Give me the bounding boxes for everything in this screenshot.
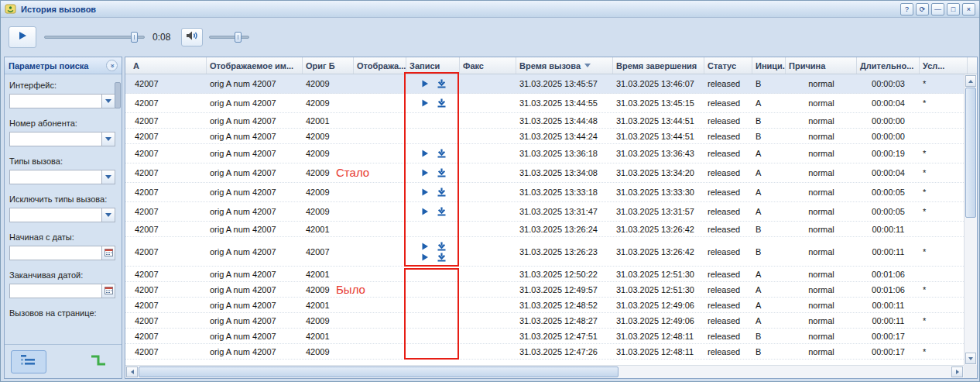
volume-slider-handle[interactable] [235, 32, 242, 43]
cell-reason: normal [786, 267, 857, 281]
minimize-button[interactable]: — [931, 3, 944, 15]
cell-orig_b: 42009 [303, 94, 354, 112]
download-recording-icon[interactable] [437, 168, 446, 177]
subscriber-number-dropdown-button[interactable] [101, 132, 115, 146]
volume-slider-track[interactable] [209, 36, 249, 39]
exclude-call-types-dropdown-button[interactable] [101, 208, 115, 222]
download-recording-icon[interactable] [437, 207, 446, 216]
table-row[interactable]: 42007orig A num 420074200131.03.2025 13:… [125, 222, 964, 237]
exclude-call-types-label: Исключить типы вызова: [9, 194, 114, 205]
column-header-reason[interactable]: Причина [786, 57, 857, 74]
playback-slider[interactable] [44, 32, 145, 43]
download-recording-icon[interactable] [437, 242, 446, 251]
column-header-duration[interactable]: Длительно... [857, 57, 920, 74]
table-row[interactable]: 42007orig A num 420074200931.03.2025 13:… [125, 129, 964, 144]
sidebar-scrollbar[interactable] [115, 77, 121, 341]
scroll-up-button[interactable] [965, 75, 976, 87]
play-recording-icon[interactable] [421, 169, 429, 177]
column-header-fax[interactable]: Факс [460, 57, 516, 74]
table-row[interactable]: 42007orig A num 420074200931.03.2025 13:… [125, 202, 964, 222]
call-list-view-button[interactable] [11, 350, 46, 373]
play-button[interactable] [9, 26, 36, 48]
table-row[interactable]: 42007orig A num 420074200131.03.2025 12:… [125, 267, 964, 282]
play-recording-icon[interactable] [421, 80, 429, 88]
playback-slider-track[interactable] [44, 36, 145, 39]
table-row[interactable]: 42007orig A num 420074200931.03.2025 13:… [125, 94, 964, 113]
vertical-scroll-thumb[interactable] [965, 88, 976, 218]
table-row[interactable]: 42007orig A num 420074200131.03.2025 12:… [125, 329, 964, 344]
volume-slider[interactable] [209, 32, 249, 43]
column-header-end_time[interactable]: Время завершения [613, 57, 704, 74]
play-recording-icon[interactable] [421, 99, 429, 107]
column-header-call_time[interactable]: Время вызова [516, 57, 613, 74]
scroll-right-button[interactable] [951, 367, 963, 377]
cell-a: 42007 [125, 237, 207, 266]
play-recording-icon[interactable] [421, 253, 429, 261]
play-recording-icon[interactable] [421, 208, 429, 215]
call-types-dropdown-button[interactable] [101, 170, 115, 184]
cell-services [920, 298, 964, 312]
table-row[interactable]: 42007orig A num 420074200931.03.2025 12:… [125, 344, 964, 360]
date-to-input[interactable] [9, 284, 101, 298]
volume-button[interactable] [181, 28, 203, 46]
column-header-status[interactable]: Статус [704, 57, 752, 74]
call-types-input[interactable] [9, 170, 101, 184]
download-recording-icon[interactable] [437, 188, 446, 197]
title-bar: История вызовов ? ⟳ — □ × [1, 1, 979, 18]
table-vertical-scrollbar[interactable] [964, 74, 977, 365]
table-row[interactable]: 42007orig A num 420074200731.03.2025 13:… [125, 237, 964, 267]
help-button[interactable]: ? [900, 3, 913, 15]
playback-slider-handle[interactable] [131, 32, 138, 43]
table-row[interactable]: 42007orig A num 420074200931.03.2025 12:… [125, 313, 964, 329]
column-header-orig_b[interactable]: Ориг Б [303, 57, 354, 74]
table-row[interactable]: 42007orig A num 420074200931.03.2025 13:… [125, 74, 964, 94]
recording-controls [409, 149, 457, 158]
close-button[interactable]: × [962, 3, 975, 15]
cell-display_name_a: orig A num 42007 [207, 113, 303, 128]
date-to-calendar-button[interactable] [101, 284, 115, 298]
subscriber-number-input[interactable] [9, 132, 101, 146]
scroll-left-button[interactable] [126, 367, 138, 377]
download-recording-icon[interactable] [437, 149, 446, 158]
interface-input[interactable] [9, 94, 101, 108]
download-recording-icon[interactable] [437, 253, 446, 262]
column-header-display_name_b[interactable]: Отобража... [354, 57, 406, 74]
date-from-calendar-button[interactable] [101, 246, 115, 260]
collapse-panel-button[interactable]: « [106, 60, 118, 71]
column-header-records[interactable]: Записи [406, 57, 460, 74]
download-recording-icon[interactable] [437, 98, 446, 108]
sidebar-scrollbar-thumb[interactable] [115, 82, 121, 108]
play-recording-icon[interactable] [421, 150, 429, 157]
table-row[interactable]: 42007orig A num 420074200931.03.2025 13:… [125, 183, 964, 202]
column-header-initiator[interactable]: Иници... [752, 57, 786, 74]
cell-call_time: 31.03.2025 13:31:47 [516, 202, 613, 221]
cell-end_time: 31.03.2025 13:36:43 [613, 144, 704, 163]
table-row[interactable]: 42007orig A num 420074200931.03.2025 13:… [125, 144, 964, 163]
column-header-display_name_a[interactable]: Отображаемое им... [207, 57, 303, 74]
maximize-button[interactable]: □ [947, 3, 960, 15]
column-header-services[interactable]: Усл... [920, 57, 968, 74]
scroll-down-button[interactable] [965, 353, 976, 364]
exclude-call-types-input[interactable] [9, 208, 101, 222]
table-horizontal-scrollbar[interactable] [125, 365, 964, 378]
table-row[interactable]: 42007orig A num 420074200131.03.2025 12:… [125, 298, 964, 313]
cell-records [406, 183, 460, 201]
interface-dropdown-button[interactable] [101, 94, 115, 108]
cell-services: * [920, 163, 964, 182]
table-row[interactable]: 42007orig A num 420074200931.03.2025 13:… [125, 163, 964, 183]
download-recording-icon[interactable] [437, 79, 446, 88]
play-recording-icon[interactable] [421, 188, 429, 196]
cell-display_name_a: orig A num 42007 [207, 202, 303, 221]
column-header-a[interactable]: А [125, 57, 207, 74]
play-recording-icon[interactable] [421, 243, 429, 250]
table-row[interactable]: 42007orig A num 420074200931.03.2025 12:… [125, 282, 964, 298]
date-from-input[interactable] [9, 246, 101, 260]
call-flow-view-button[interactable] [84, 350, 113, 373]
refresh-button[interactable]: ⟳ [916, 3, 929, 15]
horizontal-scroll-thumb[interactable] [139, 367, 618, 377]
table-header-row: АОтображаемое им...Ориг БОтобража...Запи… [125, 57, 977, 74]
cell-orig_b: 42009 [303, 183, 354, 201]
table-row[interactable]: 42007orig A num 420074200131.03.2025 13:… [125, 113, 964, 129]
cell-fax [460, 313, 516, 328]
cell-status: released [704, 74, 752, 93]
